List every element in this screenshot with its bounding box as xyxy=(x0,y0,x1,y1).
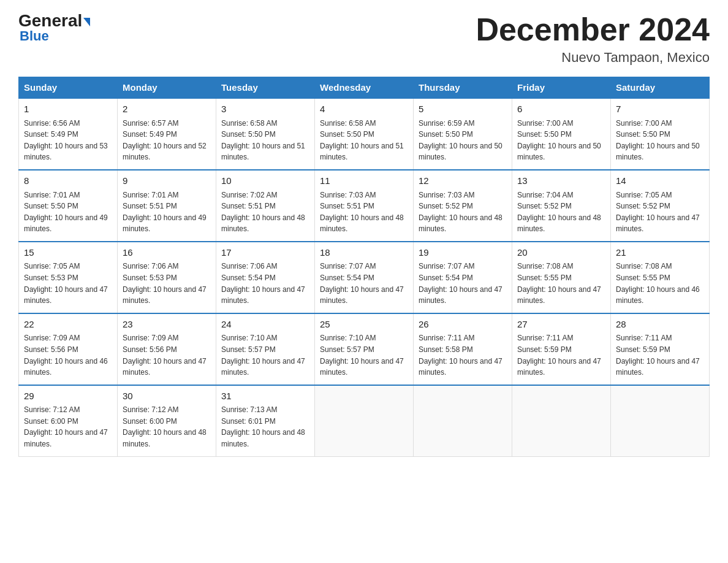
table-row: 4Sunrise: 6:58 AMSunset: 5:50 PMDaylight… xyxy=(315,98,414,170)
day-number: 9 xyxy=(123,174,211,188)
table-row: 12Sunrise: 7:03 AMSunset: 5:52 PMDayligh… xyxy=(414,170,512,242)
table-row: 6Sunrise: 7:00 AMSunset: 5:50 PMDaylight… xyxy=(512,98,611,170)
table-row: 1Sunrise: 6:56 AMSunset: 5:49 PMDaylight… xyxy=(19,98,118,170)
logo: General Blue xyxy=(18,12,90,44)
day-info: Sunrise: 7:08 AMSunset: 5:55 PMDaylight:… xyxy=(517,261,605,306)
day-info: Sunrise: 7:13 AMSunset: 6:01 PMDaylight:… xyxy=(221,404,309,450)
table-row: 27Sunrise: 7:11 AMSunset: 5:59 PMDayligh… xyxy=(512,313,611,385)
day-info: Sunrise: 7:03 AMSunset: 5:52 PMDaylight:… xyxy=(419,190,507,235)
day-info: Sunrise: 7:00 AMSunset: 5:50 PMDaylight:… xyxy=(616,118,704,163)
day-info: Sunrise: 7:12 AMSunset: 6:00 PMDaylight:… xyxy=(123,404,211,450)
day-number: 12 xyxy=(419,174,507,188)
day-number: 27 xyxy=(517,318,605,332)
day-info: Sunrise: 7:10 AMSunset: 5:57 PMDaylight:… xyxy=(320,332,408,378)
day-number: 17 xyxy=(221,246,309,260)
day-number: 24 xyxy=(221,318,309,332)
day-number: 20 xyxy=(517,246,605,260)
day-info: Sunrise: 7:04 AMSunset: 5:52 PMDaylight:… xyxy=(517,190,605,235)
day-number: 2 xyxy=(123,102,211,117)
calendar-week-row: 1Sunrise: 6:56 AMSunset: 5:49 PMDaylight… xyxy=(19,98,710,170)
table-row: 25Sunrise: 7:10 AMSunset: 5:57 PMDayligh… xyxy=(315,313,414,385)
table-row: 31Sunrise: 7:13 AMSunset: 6:01 PMDayligh… xyxy=(216,385,315,456)
day-info: Sunrise: 6:58 AMSunset: 5:50 PMDaylight:… xyxy=(320,118,408,163)
table-row: 2Sunrise: 6:57 AMSunset: 5:49 PMDaylight… xyxy=(118,98,216,170)
table-row: 14Sunrise: 7:05 AMSunset: 5:52 PMDayligh… xyxy=(611,170,710,242)
table-row: 30Sunrise: 7:12 AMSunset: 6:00 PMDayligh… xyxy=(118,385,216,456)
logo-general-text: General xyxy=(18,12,82,29)
table-row: 8Sunrise: 7:01 AMSunset: 5:50 PMDaylight… xyxy=(19,170,118,242)
table-row: 21Sunrise: 7:08 AMSunset: 5:55 PMDayligh… xyxy=(611,242,710,313)
day-number: 1 xyxy=(24,102,112,117)
table-row: 9Sunrise: 7:01 AMSunset: 5:51 PMDaylight… xyxy=(118,170,216,242)
day-number: 10 xyxy=(221,174,309,188)
day-info: Sunrise: 7:10 AMSunset: 5:57 PMDaylight:… xyxy=(221,332,309,378)
table-row: 3Sunrise: 6:58 AMSunset: 5:50 PMDaylight… xyxy=(216,98,315,170)
table-row: 13Sunrise: 7:04 AMSunset: 5:52 PMDayligh… xyxy=(512,170,611,242)
day-info: Sunrise: 7:07 AMSunset: 5:54 PMDaylight:… xyxy=(419,261,507,306)
calendar-week-row: 15Sunrise: 7:05 AMSunset: 5:53 PMDayligh… xyxy=(19,242,710,313)
table-row: 10Sunrise: 7:02 AMSunset: 5:51 PMDayligh… xyxy=(216,170,315,242)
day-number: 6 xyxy=(517,102,605,117)
weekday-header-row: Sunday Monday Tuesday Wednesday Thursday… xyxy=(19,77,710,99)
table-row: 11Sunrise: 7:03 AMSunset: 5:51 PMDayligh… xyxy=(315,170,414,242)
day-info: Sunrise: 6:56 AMSunset: 5:49 PMDaylight:… xyxy=(24,118,112,163)
day-number: 11 xyxy=(320,174,408,188)
table-row: 28Sunrise: 7:11 AMSunset: 5:59 PMDayligh… xyxy=(611,313,710,385)
day-info: Sunrise: 7:11 AMSunset: 5:59 PMDaylight:… xyxy=(517,332,605,378)
day-info: Sunrise: 6:58 AMSunset: 5:50 PMDaylight:… xyxy=(221,118,309,163)
table-row: 22Sunrise: 7:09 AMSunset: 5:56 PMDayligh… xyxy=(19,313,118,385)
day-number: 4 xyxy=(320,102,408,117)
day-info: Sunrise: 7:08 AMSunset: 5:55 PMDaylight:… xyxy=(616,261,704,306)
day-info: Sunrise: 7:01 AMSunset: 5:51 PMDaylight:… xyxy=(123,190,211,235)
header-sunday: Sunday xyxy=(19,77,118,99)
day-number: 5 xyxy=(419,102,507,117)
table-row: 7Sunrise: 7:00 AMSunset: 5:50 PMDaylight… xyxy=(611,98,710,170)
header-friday: Friday xyxy=(512,77,611,99)
day-number: 30 xyxy=(123,389,211,404)
day-info: Sunrise: 6:59 AMSunset: 5:50 PMDaylight:… xyxy=(419,118,507,163)
day-number: 15 xyxy=(24,246,112,260)
day-number: 23 xyxy=(123,318,211,332)
day-info: Sunrise: 7:02 AMSunset: 5:51 PMDaylight:… xyxy=(221,190,309,235)
day-info: Sunrise: 7:06 AMSunset: 5:54 PMDaylight:… xyxy=(221,261,309,306)
day-number: 7 xyxy=(616,102,704,117)
day-number: 18 xyxy=(320,246,408,260)
day-number: 13 xyxy=(517,174,605,188)
day-info: Sunrise: 7:06 AMSunset: 5:53 PMDaylight:… xyxy=(123,261,211,306)
day-number: 22 xyxy=(24,318,112,332)
day-info: Sunrise: 7:12 AMSunset: 6:00 PMDaylight:… xyxy=(24,404,112,450)
header-wednesday: Wednesday xyxy=(315,77,414,99)
day-number: 21 xyxy=(616,246,704,260)
calendar-week-row: 8Sunrise: 7:01 AMSunset: 5:50 PMDaylight… xyxy=(19,170,710,242)
day-info: Sunrise: 7:09 AMSunset: 5:56 PMDaylight:… xyxy=(24,332,112,378)
month-title: December 2024 xyxy=(476,12,710,47)
calendar-table: Sunday Monday Tuesday Wednesday Thursday… xyxy=(18,77,710,456)
calendar-week-row: 22Sunrise: 7:09 AMSunset: 5:56 PMDayligh… xyxy=(19,313,710,385)
day-info: Sunrise: 7:09 AMSunset: 5:56 PMDaylight:… xyxy=(123,332,211,378)
day-number: 28 xyxy=(616,318,704,332)
table-row: 26Sunrise: 7:11 AMSunset: 5:58 PMDayligh… xyxy=(414,313,512,385)
day-info: Sunrise: 7:01 AMSunset: 5:50 PMDaylight:… xyxy=(24,190,112,235)
table-row: 20Sunrise: 7:08 AMSunset: 5:55 PMDayligh… xyxy=(512,242,611,313)
logo-blue-text: Blue xyxy=(18,28,49,44)
day-info: Sunrise: 7:11 AMSunset: 5:59 PMDaylight:… xyxy=(616,332,704,378)
table-row: 24Sunrise: 7:10 AMSunset: 5:57 PMDayligh… xyxy=(216,313,315,385)
table-row: 29Sunrise: 7:12 AMSunset: 6:00 PMDayligh… xyxy=(19,385,118,456)
day-number: 8 xyxy=(24,174,112,188)
day-number: 25 xyxy=(320,318,408,332)
day-number: 31 xyxy=(221,389,309,404)
day-info: Sunrise: 7:11 AMSunset: 5:58 PMDaylight:… xyxy=(419,332,507,378)
day-number: 14 xyxy=(616,174,704,188)
day-info: Sunrise: 7:07 AMSunset: 5:54 PMDaylight:… xyxy=(320,261,408,306)
header-tuesday: Tuesday xyxy=(216,77,315,99)
day-info: Sunrise: 7:05 AMSunset: 5:53 PMDaylight:… xyxy=(24,261,112,306)
location-title: Nuevo Tampaon, Mexico xyxy=(476,50,710,66)
table-row xyxy=(512,385,611,456)
day-number: 26 xyxy=(419,318,507,332)
logo-arrow-icon xyxy=(83,18,90,26)
day-info: Sunrise: 6:57 AMSunset: 5:49 PMDaylight:… xyxy=(123,118,211,163)
day-info: Sunrise: 7:00 AMSunset: 5:50 PMDaylight:… xyxy=(517,118,605,163)
table-row: 19Sunrise: 7:07 AMSunset: 5:54 PMDayligh… xyxy=(414,242,512,313)
table-row: 18Sunrise: 7:07 AMSunset: 5:54 PMDayligh… xyxy=(315,242,414,313)
day-number: 3 xyxy=(221,102,309,117)
